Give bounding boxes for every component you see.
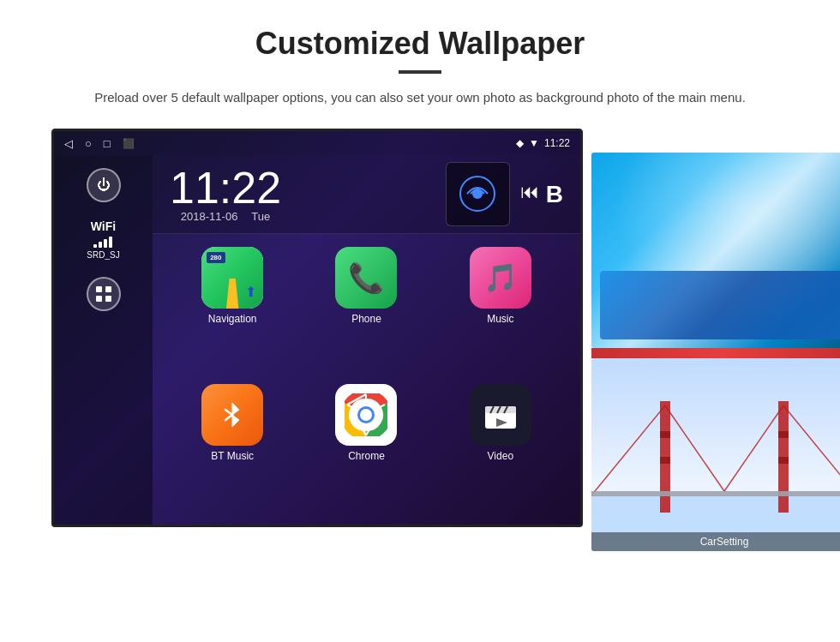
carsetting-label: CarSetting: [591, 532, 840, 551]
svg-rect-1: [105, 286, 111, 292]
bridge-wallpaper-thumb: CarSetting: [591, 358, 840, 551]
broadcast-icon: [459, 175, 497, 213]
status-indicators: ◆ ▼ 11:22: [516, 137, 570, 149]
status-bar: ◁ ○ □ ⬛ ◆ ▼ 11:22: [54, 131, 580, 155]
wifi-bars: [87, 236, 119, 248]
svg-line-28: [591, 405, 665, 495]
apps-button[interactable]: [87, 277, 121, 311]
phone-label: Phone: [351, 313, 381, 325]
svg-rect-2: [96, 296, 102, 302]
left-sidebar: ⏻ WiFi SRD_SJ: [54, 155, 153, 525]
music-label: Music: [487, 313, 513, 325]
title-divider: [399, 70, 441, 74]
svg-rect-26: [778, 431, 789, 438]
recent-icon: □: [104, 137, 111, 150]
wallpaper-strip: [591, 348, 840, 358]
svg-rect-27: [778, 457, 789, 464]
android-screen: ◁ ○ □ ⬛ ◆ ▼ 11:22 ⏻ WiFi: [51, 129, 583, 527]
wifi-bar-2: [99, 242, 102, 248]
time-date: 2018-11-06 Tue: [170, 210, 281, 223]
wifi-bar-4: [109, 237, 112, 248]
svg-line-31: [724, 405, 783, 491]
wifi-bar-3: [104, 239, 107, 248]
bluetooth-icon: [217, 399, 248, 430]
app-music[interactable]: 🎵 Music: [438, 247, 563, 375]
navigation-icon: 280 ⬆: [201, 247, 263, 309]
screenshot-icon: ⬛: [123, 138, 135, 149]
nav-controls: ◁ ○ □ ⬛: [64, 137, 135, 150]
app-video[interactable]: Video: [438, 384, 563, 513]
app-bt-music[interactable]: BT Music: [170, 384, 295, 513]
phone-icon: 📞: [335, 247, 397, 309]
svg-rect-0: [96, 286, 102, 292]
app-phone[interactable]: 📞 Phone: [303, 247, 429, 375]
time-display: 11:22 2018-11-06 Tue: [170, 165, 281, 223]
letter-b-label: B: [546, 181, 563, 208]
svg-rect-3: [105, 296, 111, 302]
media-icons: ⏮ B: [446, 162, 563, 226]
power-button[interactable]: ⏻: [87, 168, 121, 202]
time-big: 11:22: [170, 165, 281, 210]
wifi-label: WiFi: [87, 219, 119, 233]
page-subtitle: Preload over 5 default wallpaper options…: [51, 87, 789, 108]
clapper-icon: [482, 396, 519, 434]
media-controls: ⏮ B: [520, 181, 563, 208]
svg-rect-25: [660, 457, 670, 464]
center-content: 11:22 2018-11-06 Tue: [153, 155, 580, 525]
svg-point-8: [360, 409, 372, 421]
home-icon: ○: [85, 137, 92, 150]
media-icon-box: [446, 162, 510, 226]
page-title: Customized Wallpaper: [51, 26, 789, 62]
app-navigation[interactable]: 280 ⬆ Navigation: [170, 247, 295, 375]
day-value: Tue: [251, 210, 270, 223]
main-content: ⏻ WiFi SRD_SJ: [54, 155, 580, 525]
time-bar: 11:22 2018-11-06 Tue: [153, 155, 580, 234]
app-chrome[interactable]: Chrome: [303, 384, 429, 513]
bt-music-label: BT Music: [211, 450, 254, 462]
app-grid: 280 ⬆ Navigation 📞 Phone: [153, 234, 580, 525]
wifi-bar-1: [93, 244, 97, 248]
music-icon: 🎵: [470, 247, 531, 309]
prev-track-icon[interactable]: ⏮: [520, 181, 539, 208]
back-icon: ◁: [64, 137, 73, 150]
bt-icon: [201, 384, 263, 446]
chrome-svg-icon: [345, 393, 387, 436]
svg-line-30: [783, 405, 840, 495]
wallpaper-thumbs: CarSetting: [591, 153, 840, 551]
wifi-info: WiFi SRD_SJ: [87, 219, 119, 260]
svg-rect-32: [591, 491, 840, 496]
svg-line-29: [665, 405, 724, 491]
mockup-area: ◁ ○ □ ⬛ ◆ ▼ 11:22 ⏻ WiFi: [51, 129, 840, 527]
chrome-icon: [335, 384, 397, 446]
wifi-ssid: SRD_SJ: [87, 250, 119, 260]
grid-icon: [94, 285, 113, 303]
navigation-label: Navigation: [208, 313, 257, 325]
status-time: 11:22: [544, 137, 570, 149]
video-icon: [470, 384, 531, 446]
chrome-label: Chrome: [348, 450, 385, 462]
date-value: 2018-11-06: [181, 210, 238, 223]
wifi-icon: ▼: [529, 137, 539, 149]
location-icon: ◆: [516, 137, 524, 149]
video-label: Video: [488, 450, 513, 462]
svg-rect-24: [660, 431, 670, 438]
ice-wallpaper-thumb: [591, 153, 840, 348]
bridge-svg: [591, 358, 840, 551]
